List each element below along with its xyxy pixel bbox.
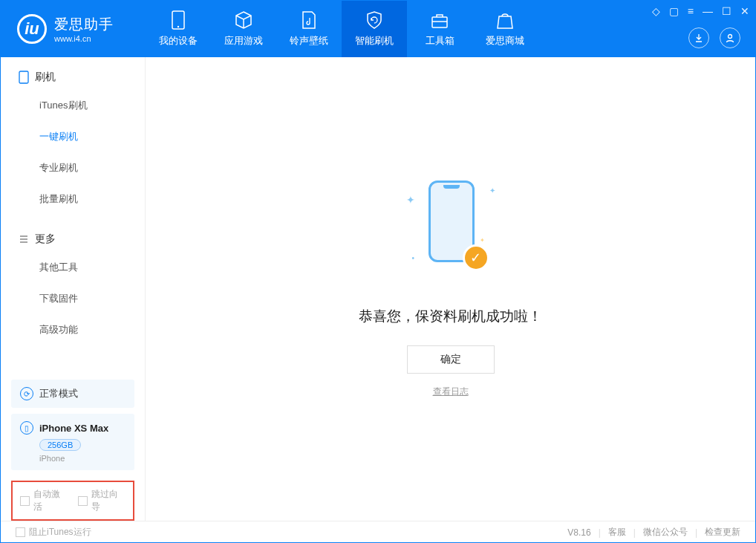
divider: | bbox=[695, 527, 697, 538]
device-name: iPhone XS Max bbox=[39, 423, 108, 434]
checkbox-icon bbox=[78, 496, 88, 506]
check-badge-icon: ✓ bbox=[463, 244, 489, 271]
section-title: 刷机 bbox=[35, 71, 56, 84]
view-log-link[interactable]: 查看日志 bbox=[433, 386, 469, 398]
app-title: 爱思助手 bbox=[54, 15, 114, 34]
sidebar-item-pro-flash[interactable]: 专业刷机 bbox=[1, 152, 145, 183]
svg-rect-2 bbox=[432, 17, 447, 27]
logo-section: iu 爱思助手 www.i4.cn bbox=[1, 14, 146, 44]
phone-notch bbox=[443, 185, 460, 189]
sidebar-flash-section: 刷机 iTunes刷机 一键刷机 专业刷机 批量刷机 bbox=[1, 57, 145, 219]
sidebar-item-itunes-flash[interactable]: iTunes刷机 bbox=[1, 90, 145, 121]
success-message: 恭喜您，保资料刷机成功啦！ bbox=[359, 307, 542, 326]
auto-activate-checkbox[interactable]: 自动激活 bbox=[20, 488, 68, 513]
sidebar-header-more: 更多 bbox=[1, 233, 145, 252]
tab-app-games[interactable]: 应用游戏 bbox=[211, 1, 276, 57]
phone-outline-icon bbox=[19, 71, 29, 84]
success-illustration: ✦ ✦ • ✦ ✓ bbox=[406, 181, 495, 284]
sparkle-icon: ✦ bbox=[489, 186, 495, 195]
app-logo-icon: iu bbox=[17, 14, 47, 44]
tab-my-device[interactable]: 我的设备 bbox=[146, 1, 211, 57]
svg-point-3 bbox=[729, 35, 732, 39]
tab-toolbox[interactable]: 工具箱 bbox=[407, 1, 472, 57]
device-panels: ⟳ 正常模式 ▯ iPhone XS Max 256GB iPhone bbox=[1, 380, 145, 481]
skip-wizard-checkbox[interactable]: 跳过向导 bbox=[78, 488, 126, 513]
sidebar-header-flash: 刷机 bbox=[1, 71, 145, 90]
footer-left: 阻止iTunes运行 bbox=[16, 526, 91, 539]
logo-text: 爱思助手 www.i4.cn bbox=[54, 15, 114, 43]
mode-panel[interactable]: ⟳ 正常模式 bbox=[11, 380, 134, 408]
footer-right: V8.16 | 客服 | 微信公众号 | 检查更新 bbox=[567, 526, 740, 539]
main-tabs: 我的设备 应用游戏 铃声壁纸 智能刷机 工具箱 爱思商城 bbox=[146, 1, 538, 57]
close-icon[interactable]: ✕ bbox=[740, 5, 749, 17]
main-content: ✦ ✦ • ✦ ✓ 恭喜您，保资料刷机成功啦！ 确定 查看日志 bbox=[146, 57, 755, 521]
tab-label: 工具箱 bbox=[426, 34, 454, 48]
sparkle-icon: • bbox=[412, 254, 415, 262]
bag-icon bbox=[495, 10, 515, 30]
footer: 阻止iTunes运行 V8.16 | 客服 | 微信公众号 | 检查更新 bbox=[1, 521, 755, 543]
minimize-icon[interactable]: — bbox=[703, 5, 713, 17]
list-icon bbox=[19, 234, 29, 244]
maximize-icon[interactable]: ☐ bbox=[722, 5, 731, 17]
tab-label: 智能刷机 bbox=[355, 34, 394, 48]
user-button[interactable] bbox=[720, 27, 740, 48]
sidebar-item-advanced[interactable]: 高级功能 bbox=[1, 314, 145, 345]
device-icon bbox=[169, 10, 188, 30]
sidebar-item-other-tools[interactable]: 其他工具 bbox=[1, 252, 145, 283]
app-site: www.i4.cn bbox=[54, 34, 114, 43]
sparkle-icon: ✦ bbox=[406, 194, 415, 206]
service-link[interactable]: 客服 bbox=[608, 526, 626, 539]
svg-point-1 bbox=[177, 26, 179, 27]
wechat-link[interactable]: 微信公众号 bbox=[643, 526, 688, 539]
svg-rect-4 bbox=[19, 71, 28, 83]
device-type: iPhone bbox=[39, 454, 126, 463]
sidebar-item-download-firmware[interactable]: 下载固件 bbox=[1, 283, 145, 314]
download-button[interactable] bbox=[688, 27, 709, 48]
tab-label: 我的设备 bbox=[159, 34, 198, 48]
sparkle-icon: ✦ bbox=[480, 237, 485, 244]
sidebar: 刷机 iTunes刷机 一键刷机 专业刷机 批量刷机 更多 其他工具 下载固件 … bbox=[1, 57, 146, 521]
checkbox-label: 阻止iTunes运行 bbox=[29, 526, 91, 539]
cube-icon bbox=[234, 10, 253, 30]
version-label: V8.16 bbox=[567, 527, 590, 538]
section-title: 更多 bbox=[35, 233, 56, 246]
checkbox-icon bbox=[16, 527, 25, 537]
tab-ringtone-wallpaper[interactable]: 铃声壁纸 bbox=[276, 1, 342, 57]
checkbox-label: 自动激活 bbox=[33, 488, 68, 513]
window-controls: ◇ ▢ ≡ — ☐ ✕ bbox=[652, 5, 749, 17]
mode-icon: ⟳ bbox=[20, 387, 33, 400]
menu-icon[interactable]: ≡ bbox=[688, 5, 694, 17]
confirm-button[interactable]: 确定 bbox=[407, 345, 495, 374]
sidebar-item-oneclick-flash[interactable]: 一键刷机 bbox=[1, 121, 145, 152]
block-itunes-checkbox[interactable]: 阻止iTunes运行 bbox=[16, 526, 91, 539]
divider: | bbox=[633, 527, 636, 538]
toolbox-icon bbox=[430, 10, 449, 30]
device-panel[interactable]: ▯ iPhone XS Max 256GB iPhone bbox=[11, 414, 134, 470]
tab-label: 应用游戏 bbox=[224, 34, 263, 48]
update-link[interactable]: 检查更新 bbox=[705, 526, 740, 539]
options-highlight-box: 自动激活 跳过向导 bbox=[11, 481, 134, 521]
app-header: iu 爱思助手 www.i4.cn 我的设备 应用游戏 铃声壁纸 智能刷机 工具… bbox=[1, 1, 755, 57]
header-action-buttons bbox=[688, 27, 740, 48]
checkbox-icon bbox=[20, 496, 30, 506]
divider: | bbox=[599, 527, 601, 538]
music-file-icon bbox=[299, 10, 319, 30]
checkbox-label: 跳过向导 bbox=[91, 488, 126, 513]
device-mode: 正常模式 bbox=[39, 387, 78, 400]
sidebar-item-batch-flash[interactable]: 批量刷机 bbox=[1, 183, 145, 215]
tab-smart-flash[interactable]: 智能刷机 bbox=[342, 1, 407, 57]
feedback-icon[interactable]: ▢ bbox=[669, 5, 679, 17]
body-area: 刷机 iTunes刷机 一键刷机 专业刷机 批量刷机 更多 其他工具 下载固件 … bbox=[1, 57, 755, 521]
capacity-badge: 256GB bbox=[39, 439, 81, 451]
device-phone-icon: ▯ bbox=[20, 421, 33, 435]
tab-label: 爱思商城 bbox=[486, 34, 524, 48]
shirt-icon[interactable]: ◇ bbox=[652, 5, 660, 17]
tab-store[interactable]: 爱思商城 bbox=[472, 1, 538, 57]
shield-refresh-icon bbox=[365, 10, 384, 30]
tab-label: 铃声壁纸 bbox=[290, 34, 328, 48]
sidebar-more-section: 更多 其他工具 下载固件 高级功能 bbox=[1, 219, 145, 350]
